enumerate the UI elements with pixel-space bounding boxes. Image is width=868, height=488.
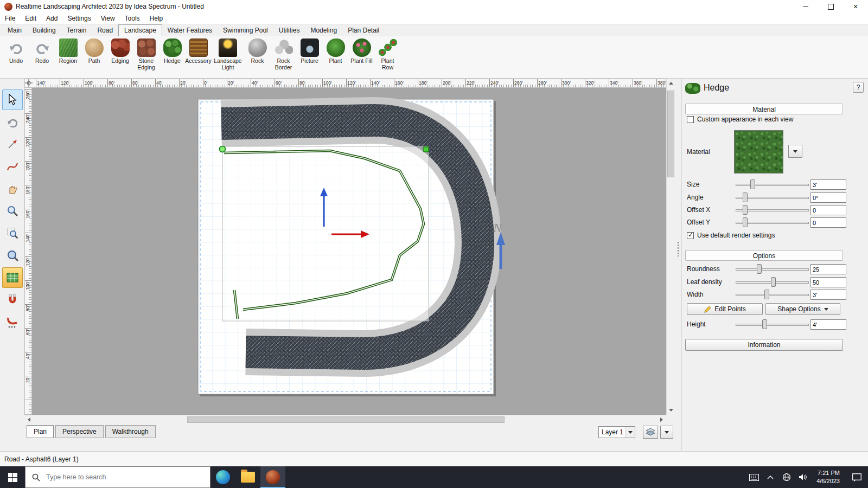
offset-x-slider[interactable] [736, 205, 809, 215]
plan-canvas[interactable]: N [32, 88, 666, 415]
material-swatch[interactable] [734, 130, 783, 174]
menu-item-edit[interactable]: Edit [20, 14, 41, 23]
maximize-button[interactable] [818, 0, 843, 13]
tab-water-features[interactable]: Water Features [162, 25, 218, 36]
slider-thumb[interactable] [762, 319, 767, 329]
menu-item-add[interactable]: Add [41, 14, 62, 23]
layer-select[interactable]: Layer 1 [598, 426, 635, 438]
view-tab-walkthrough[interactable]: Walkthrough [105, 425, 156, 438]
tab-building[interactable]: Building [27, 25, 61, 36]
zoom-region-tool-button[interactable] [2, 223, 23, 243]
slider-thumb[interactable] [750, 179, 755, 189]
tab-utilities[interactable]: Utilities [273, 25, 305, 36]
view-tab-plan[interactable]: Plan [27, 425, 54, 438]
menu-item-file[interactable]: File [0, 14, 20, 23]
tab-swimming-pool[interactable]: Swimming Pool [218, 25, 273, 36]
taskbar-search[interactable] [25, 466, 210, 488]
offset-y-slider[interactable] [736, 217, 809, 227]
taskbar-edge-icon[interactable] [210, 466, 235, 488]
vertical-scroll-thumb[interactable] [667, 91, 674, 177]
zoom-tool-button[interactable] [2, 201, 23, 221]
search-input[interactable] [45, 473, 188, 481]
toolbar-button-redo[interactable]: Redo [29, 38, 55, 65]
toolbar-button-undo[interactable]: Undo [3, 38, 29, 65]
leaf-density-input[interactable] [810, 277, 846, 287]
close-button[interactable]: × [843, 0, 868, 13]
tab-plan-detail[interactable]: Plan Detail [342, 25, 385, 36]
layer-options-button[interactable] [660, 426, 673, 439]
minimize-button[interactable] [793, 0, 818, 13]
tab-road[interactable]: Road [92, 25, 118, 36]
slider-thumb[interactable] [743, 205, 748, 215]
view-tab-perspective[interactable]: Perspective [55, 425, 104, 438]
menu-item-help[interactable]: Help [145, 14, 168, 23]
use-default-render-checkbox[interactable] [687, 232, 694, 239]
size-slider[interactable] [736, 179, 809, 189]
horizontal-scroll-thumb[interactable] [187, 416, 505, 423]
scroll-down-button[interactable] [667, 406, 675, 415]
scroll-left-button[interactable] [24, 415, 34, 424]
volume-icon[interactable] [795, 466, 811, 488]
angle-slider[interactable] [736, 192, 809, 202]
menu-item-view[interactable]: View [96, 14, 120, 23]
curve-tool-button[interactable] [2, 156, 23, 177]
snap-tool-button[interactable] [2, 290, 23, 310]
pan-tool-button[interactable] [2, 178, 23, 199]
layer-select-dropdown[interactable] [626, 427, 635, 438]
tab-terrain[interactable]: Terrain [61, 25, 92, 36]
scroll-up-button[interactable] [667, 79, 675, 88]
custom-appearance-checkbox[interactable] [687, 116, 694, 123]
toolbar-button-landscape-light[interactable]: Landscape Light [212, 38, 244, 71]
menu-item-tools[interactable]: Tools [120, 14, 145, 23]
size-input[interactable] [810, 179, 846, 190]
menu-item-settings[interactable]: Settings [62, 14, 95, 23]
toolbar-button-path[interactable]: Path [81, 38, 107, 65]
selection-handle-end[interactable] [424, 147, 429, 152]
width-slider[interactable] [736, 290, 809, 299]
information-button[interactable]: Information [685, 339, 843, 351]
select-tool-button[interactable] [2, 89, 23, 110]
help-button[interactable]: ? [853, 82, 864, 93]
angle-input[interactable] [810, 192, 846, 203]
toolbar-button-picture[interactable]: Picture [297, 38, 322, 65]
taskbar-app-icon[interactable] [260, 466, 285, 488]
taskbar-explorer-icon[interactable] [235, 466, 260, 488]
width-input[interactable] [810, 290, 846, 300]
start-button[interactable] [0, 466, 25, 488]
options-section-header[interactable]: Options [685, 250, 843, 261]
network-icon[interactable] [778, 466, 795, 488]
toolbar-button-stone-edging[interactable]: Stone Edging [133, 38, 159, 71]
tray-expand-icon[interactable] [762, 466, 778, 488]
toolbar-button-rock-border[interactable]: Rock Border [271, 38, 296, 71]
toolbar-button-edging[interactable]: Edging [107, 38, 133, 65]
tab-modeling[interactable]: Modeling [305, 25, 342, 36]
material-dropdown-button[interactable] [788, 145, 802, 158]
material-section-header[interactable]: Material [685, 104, 843, 114]
toolbar-button-rock[interactable]: Rock [245, 38, 270, 65]
slider-thumb[interactable] [743, 192, 748, 202]
height-slider[interactable] [736, 319, 809, 329]
toolbar-button-plant-fill[interactable]: Plant Fill [349, 38, 374, 65]
slider-thumb[interactable] [757, 264, 762, 274]
roundness-slider[interactable] [736, 264, 809, 274]
measure-tool-button[interactable] [2, 134, 23, 155]
slider-thumb[interactable] [743, 217, 748, 227]
edit-points-button[interactable]: Edit Points [687, 303, 763, 315]
grid-tool-button[interactable] [2, 267, 23, 288]
shape-options-button[interactable]: Shape Options [765, 303, 840, 315]
action-center-button[interactable] [845, 466, 868, 488]
canvas-horizontal-scrollbar[interactable] [24, 415, 666, 424]
toolbar-button-plant-row[interactable]: Plant Row [375, 38, 400, 71]
toolbar-button-plant[interactable]: Plant [323, 38, 348, 65]
taskbar-clock[interactable]: 7:21 PM 4/6/2023 [811, 469, 845, 485]
toolbar-button-region[interactable]: Region [55, 38, 81, 65]
rotate-tool-button[interactable] [2, 112, 23, 132]
panel-resize-handle[interactable] [677, 241, 679, 256]
slider-thumb[interactable] [764, 290, 769, 299]
layers-button[interactable] [643, 426, 658, 439]
touch-keyboard-icon[interactable] [746, 466, 762, 488]
toolbar-button-hedge[interactable]: Hedge [159, 38, 185, 65]
toolbar-button-accessory[interactable]: Accessory [186, 38, 211, 65]
leaf-density-slider[interactable] [736, 277, 809, 287]
offset-y-input[interactable] [810, 217, 846, 228]
